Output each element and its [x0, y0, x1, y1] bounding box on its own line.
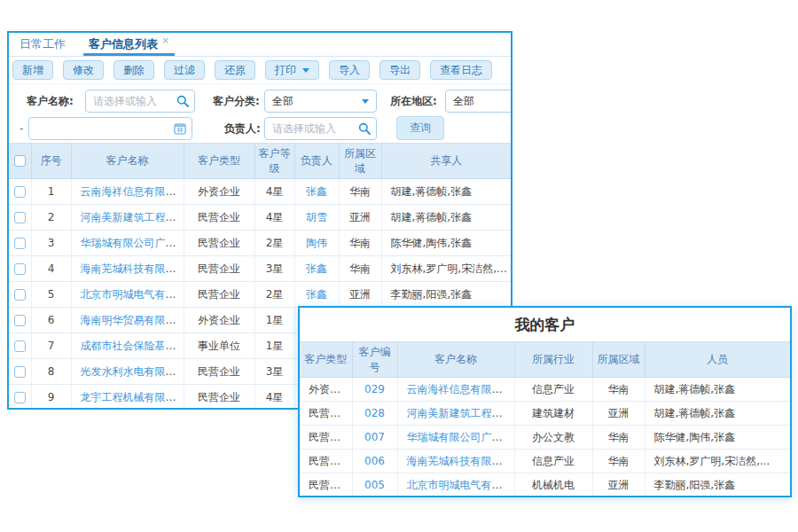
table-cell: 2星: [254, 282, 294, 308]
row-checkbox[interactable]: [14, 263, 26, 275]
customer-name-link[interactable]: 成都市社会保险基金管理...: [81, 340, 184, 352]
row-checkbox[interactable]: [14, 392, 26, 403]
customer-name-link[interactable]: 华瑞城有限公司广告设计部: [81, 237, 184, 249]
customer-table-header: 序号 客户名称 客户类型 客户等级 负责人 所属区域 共享人: [9, 144, 511, 179]
customer-code-link[interactable]: 028: [364, 407, 385, 419]
customer-name-label: 客户名称:: [27, 90, 74, 113]
customer-name-link[interactable]: 河南美新建筑工程公司: [407, 407, 513, 419]
table-cell: 亚洲: [339, 205, 381, 231]
row-checkbox[interactable]: [14, 186, 26, 198]
chevron-down-icon: [362, 99, 369, 104]
table-cell: 4: [31, 256, 71, 282]
owner-link[interactable]: 张鑫: [306, 185, 327, 198]
row-checkbox[interactable]: [14, 289, 26, 301]
column-header: 客户类型: [184, 144, 254, 179]
customer-name-link[interactable]: 海南明华贸易有限公司: [81, 314, 184, 326]
header-checkbox-cell: [9, 144, 31, 179]
customer-code-link[interactable]: 029: [364, 383, 385, 395]
table-cell: 028: [352, 402, 397, 426]
row-checkbox[interactable]: [14, 340, 26, 352]
customer-code-link[interactable]: 006: [364, 455, 385, 467]
owner-link[interactable]: 张鑫: [306, 288, 327, 301]
customer-name-link[interactable]: 河南美新建筑工程公司: [81, 211, 184, 223]
tab-customer-list[interactable]: 客户信息列表 ×: [89, 33, 169, 56]
table-cell: 华瑞城有限公司广告设计部: [71, 231, 184, 256]
print-button[interactable]: 打印: [265, 60, 319, 80]
customer-name-link[interactable]: 海南芜城科技有限公司: [81, 262, 184, 275]
add-button[interactable]: 新增: [12, 60, 53, 80]
customer-name-link[interactable]: 云南海祥信息有限公司: [81, 185, 184, 198]
table-cell: 4星: [254, 179, 294, 205]
row-checkbox[interactable]: [14, 238, 26, 249]
owner-link[interactable]: 胡雪: [306, 211, 327, 223]
table-cell: 民营企业: [300, 473, 352, 497]
search-icon[interactable]: [358, 122, 371, 135]
panel-title: 我的客户: [300, 308, 790, 341]
table-cell: 华南: [339, 256, 381, 282]
restore-button[interactable]: 还原: [215, 60, 255, 80]
view-log-button[interactable]: 查看日志: [430, 60, 492, 80]
customer-level: 3星: [266, 262, 284, 275]
customer-level: 4星: [266, 185, 284, 198]
table-cell: 亚洲: [592, 402, 645, 426]
search-button[interactable]: 查询: [396, 116, 444, 140]
customer-code-link[interactable]: 007: [364, 431, 385, 443]
owner-label: 负责人:: [224, 117, 261, 140]
table-cell: 胡雪: [294, 205, 339, 231]
table-cell: [9, 359, 31, 385]
filter-button[interactable]: 过滤: [164, 60, 205, 80]
delete-button[interactable]: 删除: [113, 60, 154, 80]
region: 亚洲: [608, 479, 630, 491]
table-cell: 华南: [339, 179, 381, 205]
column-header: 客户等级: [254, 144, 294, 179]
customer-name-link[interactable]: 海南芜城科技有限公司: [407, 455, 513, 467]
region-select[interactable]: 全部: [445, 90, 512, 113]
category-select[interactable]: 全部: [264, 90, 377, 113]
column-header: 客户类型: [300, 342, 352, 378]
table-cell: 张鑫: [294, 282, 339, 308]
staff-names: 陈华健,陶伟,张鑫: [654, 431, 736, 443]
customer-name-link[interactable]: 华瑞城有限公司广告设计部: [407, 431, 515, 443]
table-cell: 建筑建材: [514, 402, 592, 426]
select-all-checkbox[interactable]: [14, 155, 26, 167]
table-row: 外资企业029云南海祥信息有限公司信息产业华南胡建,蒋德帧,张鑫: [300, 378, 790, 402]
customer-name-link[interactable]: 龙宇工程机械有限公司: [81, 391, 184, 403]
table-cell: 6: [31, 308, 71, 333]
customer-type: 事业单位: [198, 340, 240, 352]
search-icon[interactable]: [176, 95, 189, 107]
column-header: 所属区域: [339, 144, 381, 179]
table-cell: 民营企业: [184, 231, 254, 256]
import-button[interactable]: 导入: [329, 60, 370, 80]
edit-button[interactable]: 修改: [63, 60, 104, 80]
table-cell: 胡建,蒋德帧,张鑫: [645, 378, 790, 402]
export-button[interactable]: 导出: [379, 60, 420, 80]
calendar-icon[interactable]: [174, 122, 186, 135]
date-input[interactable]: [28, 117, 192, 140]
region: 华南: [608, 431, 630, 443]
customer-code-link[interactable]: 005: [364, 479, 385, 491]
table-cell: 陶伟: [294, 231, 339, 256]
row-checkbox[interactable]: [14, 366, 26, 378]
close-icon[interactable]: ×: [161, 35, 169, 46]
industry: 信息产业: [532, 383, 575, 395]
table-row: 3华瑞城有限公司广告设计部民营企业2星陶伟华南陈华健,陶伟,张鑫: [9, 231, 511, 256]
row-checkbox[interactable]: [14, 315, 26, 326]
toolbar: 新增 修改 删除 过滤 还原 打印 导入 导出 查看日志: [9, 57, 511, 84]
customer-name-link[interactable]: 光发水利水电有限公司: [81, 365, 184, 378]
table-cell: 胡建,蒋德帧,张鑫: [381, 205, 511, 231]
customer-level: 2星: [266, 288, 284, 301]
owner-link[interactable]: 张鑫: [306, 262, 327, 275]
tab-daily-work[interactable]: 日常工作: [20, 33, 66, 56]
table-cell: 办公文教: [514, 426, 592, 450]
table-cell: 云南海祥信息有限公司: [397, 378, 514, 402]
row-checkbox[interactable]: [14, 212, 26, 223]
customer-level: 4星: [266, 211, 284, 223]
customer-name-link[interactable]: 北京市明城电气有限公司: [81, 288, 184, 301]
owner-link[interactable]: 陶伟: [306, 237, 327, 249]
shared-users: 胡建,蒋德帧,张鑫: [391, 211, 473, 223]
table-cell: 河南美新建筑工程公司: [397, 402, 514, 426]
column-header: 人员: [645, 342, 790, 378]
customer-name-link[interactable]: 云南海祥信息有限公司: [407, 383, 513, 395]
shared-users: 陈华健,陶伟,张鑫: [391, 237, 473, 249]
customer-name-link[interactable]: 北京市明城电气有限公司: [407, 479, 515, 491]
